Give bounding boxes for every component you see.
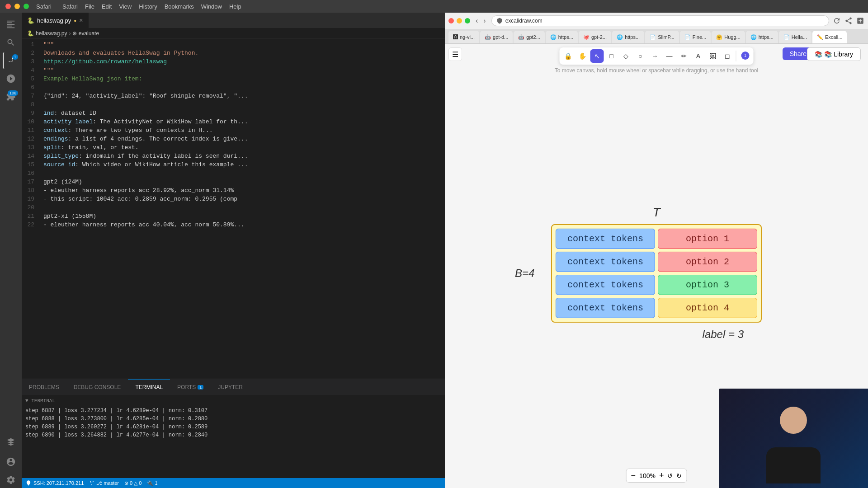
zoom-level[interactable]: 100%	[639, 472, 656, 479]
context-cell-2: context tokens	[556, 252, 655, 272]
browser-tab-1[interactable]: 🅰 ng-vi...	[448, 31, 479, 43]
browser-close[interactable]	[448, 18, 454, 23]
mac-menu-bar: Safari File Edit View History Bookmarks …	[62, 3, 241, 10]
tool-hand[interactable]: ✋	[576, 49, 590, 63]
terminal-content[interactable]: ▼ TERMINAL step 6887 | loss 3.277234 | l…	[22, 395, 445, 478]
menu-bookmarks[interactable]: Bookmarks	[165, 3, 194, 10]
browser-tab-5[interactable]: 🐙 gpt-2...	[579, 31, 611, 43]
zoom-undo[interactable]: ↺	[667, 472, 673, 479]
browser-tab-2[interactable]: 🤖 gpt-d...	[480, 31, 513, 43]
label-equation: label = 3	[551, 328, 744, 341]
menu-help[interactable]: Help	[229, 3, 241, 10]
tab-terminal[interactable]: TERMINAL	[128, 379, 170, 395]
menu-view[interactable]: View	[119, 3, 132, 10]
zoom-in-button[interactable]: +	[659, 471, 664, 480]
line-numbers: 12345 678910 1112131415 1617181920 2122	[22, 38, 40, 379]
tab-filename: hellaswag.py	[37, 17, 71, 24]
context-cell-4: context tokens	[556, 298, 655, 318]
editor-tab-hellaswag[interactable]: 🐍 hellaswag.py ● ×	[22, 13, 89, 28]
add-tab-icon[interactable]	[856, 17, 864, 25]
tool-arrow[interactable]: →	[648, 49, 662, 63]
tab-label-3: gpt2...	[526, 34, 540, 40]
browser-maximize[interactable]	[465, 18, 470, 23]
zoom-out-button[interactable]: −	[631, 471, 636, 480]
tab-icon: 🐍	[27, 17, 34, 24]
excalidraw-canvas[interactable]: To move canvas, hold mouse wheel or spac…	[445, 44, 868, 488]
menu-edit[interactable]: Edit	[102, 3, 112, 10]
tool-ellipse[interactable]: ○	[634, 49, 647, 63]
activity-remote[interactable]	[3, 434, 19, 450]
tab-label-10: https...	[759, 34, 774, 40]
hamburger-menu[interactable]: ☰	[448, 47, 462, 61]
activity-extensions[interactable]: 106	[3, 89, 19, 105]
menu-file[interactable]: File	[85, 3, 94, 10]
breadcrumb-symbol[interactable]: ⊕ evaluate	[72, 30, 99, 37]
tool-line[interactable]: —	[663, 49, 676, 63]
tab-favicon-6: 🌐	[617, 34, 623, 40]
tab-close-icon[interactable]: ×	[79, 17, 83, 24]
mac-titlebar: Safari Safari File Edit View History Boo…	[0, 0, 868, 13]
browser-back[interactable]: ‹	[474, 16, 480, 26]
tab-label-2: gpt-d...	[493, 34, 508, 40]
share-icon[interactable]	[844, 17, 853, 25]
activity-explorer[interactable]	[3, 16, 19, 33]
activity-bar: 1 106	[0, 13, 22, 488]
tab-favicon-12: ✏️	[817, 34, 823, 40]
url-text: excalidraw.com	[505, 18, 542, 24]
menu-window[interactable]: Window	[201, 3, 222, 10]
tool-lock[interactable]: 🔒	[561, 49, 575, 63]
browser-tab-9[interactable]: 🤗 Hugg...	[712, 31, 745, 43]
tool-rectangle[interactable]: □	[605, 49, 618, 63]
browser-tab-3[interactable]: 🤖 gpt2...	[514, 31, 545, 43]
browser-tab-12[interactable]: ✏️ Excali...	[812, 31, 847, 43]
diagram-table-wrapper: B=4 context tokens option 1 context toke…	[551, 224, 762, 323]
terminal-line-4: step 6890 | loss 3.264882 | lr 4.6277e-0…	[25, 431, 441, 439]
tool-text[interactable]: A	[692, 49, 705, 63]
browser-window-controls	[448, 18, 470, 23]
zoom-redo[interactable]: ↻	[676, 472, 682, 479]
tool-pen[interactable]: ✏	[677, 49, 691, 63]
tool-eraser[interactable]: ◻	[721, 49, 734, 63]
address-bar[interactable]: excalidraw.com	[491, 15, 829, 26]
activity-accounts[interactable]	[3, 454, 19, 470]
tab-ports[interactable]: PORTS 1	[170, 379, 211, 395]
activity-settings[interactable]	[3, 472, 19, 488]
mac-close-button[interactable]	[5, 4, 11, 9]
tab-jupyter[interactable]: JUPYTER	[211, 379, 250, 395]
browser-tab-8[interactable]: 📄 Fine...	[680, 31, 711, 43]
browser-minimize[interactable]	[457, 18, 462, 23]
refresh-icon[interactable]	[833, 17, 841, 25]
browser-tab-7[interactable]: 📄 SlimP...	[645, 31, 679, 43]
browser-tab-11[interactable]: 📄 Hella...	[779, 31, 811, 43]
tab-favicon-4: 🌐	[550, 34, 557, 40]
tool-select[interactable]: ↖	[590, 49, 604, 63]
ssh-indicator[interactable]: SSH: 207.211.170.211	[25, 480, 84, 486]
tab-favicon-5: 🐙	[583, 34, 590, 40]
browser-tabs-bar: 🅰 ng-vi... 🤖 gpt-d... 🤖 gpt2... 🌐 https.…	[445, 29, 868, 43]
activity-run[interactable]	[3, 70, 19, 87]
menu-safari[interactable]: Safari	[62, 3, 78, 10]
code-editor[interactable]: 12345 678910 1112131415 1617181920 2122 …	[22, 38, 445, 379]
activity-search[interactable]	[3, 34, 19, 51]
code-content[interactable]: """ Downloads and evaluates HellaSwag in…	[40, 38, 445, 379]
video-feed	[719, 389, 868, 488]
mac-min-button[interactable]	[14, 4, 20, 9]
tool-diamond[interactable]: ◇	[619, 49, 633, 63]
browser-tab-6[interactable]: 🌐 https...	[612, 31, 644, 43]
tool-extra[interactable]: ⚙ 1	[738, 49, 752, 63]
browser-tab-10[interactable]: 🌐 https...	[746, 31, 778, 43]
tab-problems[interactable]: PROBLEMS	[22, 379, 66, 395]
b-label: B=4	[515, 267, 534, 280]
tool-image[interactable]: 🖼	[706, 49, 720, 63]
git-branch[interactable]: ⎇ master	[89, 480, 119, 486]
terminal-line-2: step 6888 | loss 3.273800 | lr 4.6285e-0…	[25, 415, 441, 423]
library-button[interactable]: 📚 📚 Library	[807, 47, 861, 61]
browser-navigation: ‹ ›	[474, 16, 488, 26]
mac-max-button[interactable]	[24, 4, 29, 9]
tab-debug-console[interactable]: DEBUG CONSOLE	[66, 379, 128, 395]
activity-source-control[interactable]: 1	[3, 52, 19, 69]
breadcrumb-file[interactable]: hellaswag.py	[36, 30, 67, 37]
browser-forward[interactable]: ›	[481, 16, 487, 26]
browser-tab-4[interactable]: 🌐 https...	[546, 31, 578, 43]
menu-history[interactable]: History	[139, 3, 157, 10]
